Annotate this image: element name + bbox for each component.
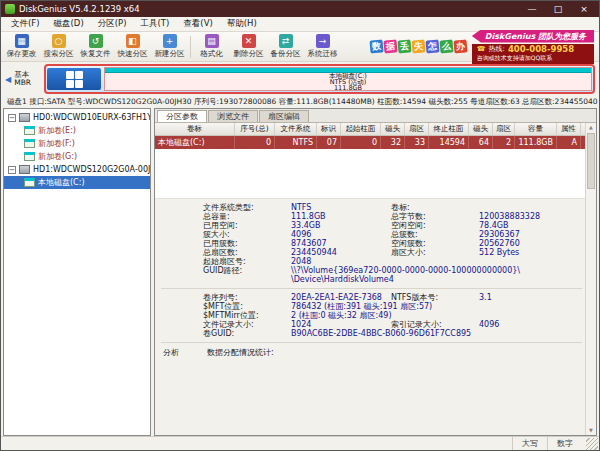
table-header-cell[interactable]: 起始柱面 [341,123,381,135]
resize-grip[interactable] [586,438,598,450]
menu-file[interactable]: 文件(F) [4,18,47,30]
param-value: 4096 [479,320,596,329]
table-header-cell[interactable]: 卷标 [155,123,235,135]
param-label [391,266,479,275]
tree-item-label: 新加卷(E:) [38,125,76,136]
maximize-button[interactable]: □ [547,1,569,17]
toolbar: 保存更改 搜索分区 恢复文件 快速分区 新建分区 格式化 删除分区 [1,32,599,62]
toolbar-button-label: 格式化 [200,49,223,59]
menu-tools[interactable]: 工具(T) [133,18,176,30]
tree-item-volume-f[interactable]: 新加卷(F:) [4,137,150,150]
scrollbar-thumb[interactable] [587,133,595,189]
table-header-cell[interactable]: 序号(总) [235,123,275,135]
table-header-cell[interactable]: 文件系统 [275,123,317,135]
tab-partition-params[interactable]: 分区参数 [157,110,207,122]
collapse-arrow-icon[interactable]: ◀ [5,75,11,84]
partition-icon [24,152,35,161]
table-header-cell[interactable]: 标识 [317,123,341,135]
new-partition-button[interactable]: 新建分区 [151,34,188,59]
scroll-up-icon[interactable]: ▲ [586,123,596,132]
param-value [479,311,596,320]
table-header-cell[interactable]: 扇区 [405,123,429,135]
table-header-cell[interactable]: 磁头 [469,123,493,135]
table-header-cell[interactable]: 终止柱面 [429,123,469,135]
new-partition-icon [163,34,177,48]
toolbar-button-label: 恢复文件 [81,49,111,59]
table-cell: 0 [341,136,381,149]
vertical-scrollbar[interactable]: ▲ ▼ [585,123,596,435]
promo-char: 数 [369,39,383,53]
menu-partition[interactable]: 分区(P) [91,18,134,30]
status-bar: 大写 数字 [1,436,599,450]
minimize-button[interactable]: — [521,1,543,17]
param-value: 3.1 [479,293,596,302]
param-label: 卷标: [391,203,479,212]
param-value: \Device\HarddiskVolume4 [291,275,391,284]
recover-icon [89,34,103,48]
analysis-text: 数据分配情况统计: [207,347,274,358]
param-row: 已用空间: 33.4GB 空闲空间: 78.4GB [155,221,596,230]
partition-tree: − HD0:WDCWD10EURX-63FH1Y0(932G 新加卷(E:) 新… [3,108,151,436]
param-value: B90AC6BE-2DBE-4BBC-B060-96D61F7CC895 [291,329,391,338]
hotline-label: 热线: [489,44,505,54]
table-header-cell[interactable]: 扇区 [493,123,515,135]
param-label: 起始扇区号: [203,257,291,266]
quick-partition-button[interactable]: 快速分区 [114,34,151,59]
param-row: 文件系统类型: NTFS 卷标: [155,203,596,212]
table-cell: 本地磁盘(C:) [155,136,235,149]
backup-icon [279,34,293,48]
table-header-cell[interactable]: 磁头 [381,123,405,135]
param-label: 已用簇数: [203,239,291,248]
scroll-down-icon[interactable]: ▼ [586,426,596,435]
tree-node-hd1[interactable]: − HD1:WDCWDS120G2G0A-00JH30(11 [4,163,150,176]
collapse-toggle-icon[interactable]: − [8,114,16,122]
table-cell: 14594 [429,136,469,149]
collapse-toggle-icon[interactable]: − [8,166,16,174]
search-icon [52,34,66,48]
format-button[interactable]: 格式化 [193,34,230,59]
delete-partition-button[interactable]: 删除分区 [230,34,267,59]
param-label: 扇区大小: [391,248,479,257]
promo-char: 么 [439,39,453,53]
table-row-local-disk-c[interactable]: 本地磁盘(C:)0NTFS070323314594642111.8GBA [155,136,596,149]
search-partition-button[interactable]: 搜索分区 [40,34,77,59]
table-cell: 0 [235,136,275,149]
tree-item-label: 新加卷(G:) [38,151,77,162]
phone-icon: ☎ [477,45,486,53]
close-button[interactable]: × [573,1,595,17]
param-label: 总容量: [203,212,291,221]
param-label: 文件系统类型: [203,203,291,212]
menu-view[interactable]: 查看(V) [176,18,219,30]
param-value: \\?\Volume{369ea720-0000-0000-0000-10000… [291,266,391,275]
system-migration-button[interactable]: 系统迁移 [304,34,341,59]
toolbar-button-label: 保存更改 [7,49,37,59]
param-label: 卷序列号: [203,293,291,302]
tab-sector-edit[interactable]: 扇区编辑 [259,110,309,122]
partition-table-type-label: MBR [14,79,31,88]
tree-item-local-disk-c[interactable]: 本地磁盘(C:) [4,176,150,189]
tree-item-volume-g[interactable]: 新加卷(G:) [4,150,150,163]
param-value: 2048 [291,257,391,266]
tab-browse-files[interactable]: 浏览文件 [208,110,258,122]
menu-disk[interactable]: 磁盘(D) [47,18,91,30]
param-label: $MFT位置: [203,302,291,311]
tree-node-hd0[interactable]: − HD0:WDCWD10EURX-63FH1Y0(932G [4,111,150,124]
menu-help[interactable]: 帮助(H) [220,18,264,30]
tree-item-volume-e[interactable]: 新加卷(E:) [4,124,150,137]
param-value: 120038883328 [479,212,596,221]
save-changes-button[interactable]: 保存更改 [3,34,40,59]
promo-char: 丢 [397,39,411,53]
table-cell: A [557,136,581,149]
table-header-cell[interactable]: 容量 [515,123,557,135]
param-value: 234450944 [291,248,391,257]
param-label: 总簇数: [391,230,479,239]
param-label: 总扇区数: [203,248,291,257]
num-lock-indicator: 数字 [547,437,582,450]
partition-block-c[interactable]: 本地磁盘(C:) NTFS (活动) 111.8GB [104,67,592,91]
param-label: 簇大小: [203,230,291,239]
backup-partition-button[interactable]: 备份分区 [267,34,304,59]
disk-icon [19,113,30,122]
table-header-cell[interactable]: 属性 [557,123,581,135]
param-label [391,311,479,320]
recover-files-button[interactable]: 恢复文件 [77,34,114,59]
